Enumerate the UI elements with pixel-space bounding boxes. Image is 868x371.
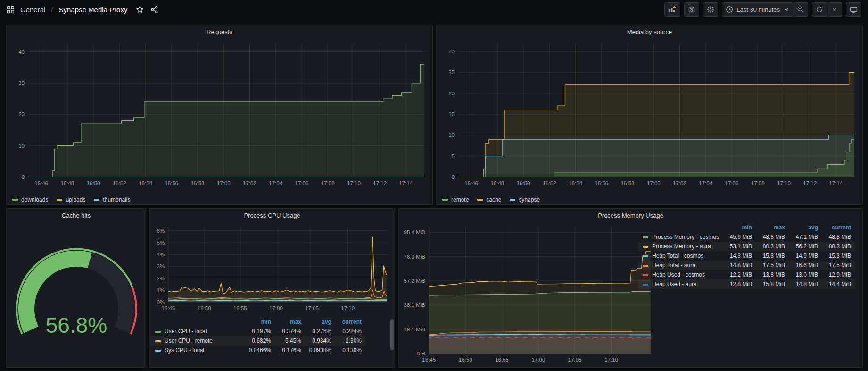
gauge-value: 56.8% — [45, 313, 107, 337]
x-axis-tick-label: 17:04 — [269, 180, 282, 186]
panel-title[interactable]: Media by source — [437, 25, 862, 38]
x-axis-tick-label: 17:08 — [321, 180, 335, 186]
series-name[interactable]: User CPU - remote — [165, 337, 213, 344]
series-name[interactable]: User CPU - local — [165, 328, 207, 335]
legend-value: 0.275% — [305, 327, 335, 336]
dashboard-toolbar: Last 30 minutes — [664, 2, 861, 17]
x-axis-tick-label: 17:05 — [305, 305, 319, 311]
y-axis-tick-label: 38.1 MiB — [404, 302, 426, 308]
process-cpu-legend-table: minmaxavgcurrentUser CPU - local0.197%0.… — [149, 316, 395, 355]
legend-item-cache[interactable]: cache — [477, 196, 501, 203]
process_cpu-svg: 0%1%2%3%4%5%6%16:4516:5016:5517:0017:051… — [149, 222, 395, 314]
requests-chart[interactable]: 01020304016:4616:4816:5016:5216:5416:561… — [7, 38, 432, 193]
time-range-picker[interactable]: Last 30 minutes — [722, 2, 793, 17]
x-axis-tick-label: 16:55 — [495, 357, 509, 363]
series-area-Heap Used - cosmos — [429, 337, 651, 354]
process_memory-svg: 0 B19.1 MiB38.1 MiB57.2 MiB76.3 MiB95.4 … — [399, 222, 656, 367]
y-axis-tick-label: 30 — [448, 49, 455, 54]
panel-media-by-source: Media by source 05101520253016:4616:4816… — [436, 25, 863, 205]
legend-value: 0.934% — [305, 336, 335, 346]
x-axis-tick-label: 17:08 — [751, 180, 765, 186]
y-axis-tick-label: 1% — [157, 287, 165, 293]
series-name[interactable]: Heap Total - aura — [652, 262, 695, 269]
legend-swatch — [477, 199, 483, 201]
x-axis-tick-label: 17:02 — [243, 180, 256, 186]
legend-label: thumbnails — [103, 196, 130, 203]
cycle-view-mode-button[interactable] — [846, 2, 861, 17]
legend-column-avg[interactable]: avg — [305, 317, 335, 327]
save-dashboard-button[interactable] — [684, 2, 699, 17]
x-axis-tick-label: 16:54 — [569, 180, 582, 186]
requests-legend: downloadsuploadsthumbnails — [7, 193, 432, 206]
legend-item-downloads[interactable]: downloads — [12, 196, 48, 203]
panel-title[interactable]: Requests — [7, 25, 432, 38]
y-axis-tick-label: 6% — [157, 228, 165, 234]
media-by-source-chart[interactable]: 05101520253016:4616:4816:5016:5216:5416:… — [437, 38, 862, 193]
series-name[interactable]: Heap Used - aura — [652, 281, 697, 287]
legend-swatch — [12, 199, 18, 201]
breadcrumb-separator: / — [51, 6, 53, 14]
process-cpu-chart[interactable]: 0%1%2%3%4%5%6%16:4516:5016:5517:0017:051… — [149, 222, 395, 316]
y-axis-tick-label: 0 — [452, 174, 455, 180]
legend-label: uploads — [66, 196, 85, 203]
legend-column-min[interactable]: min — [245, 317, 275, 327]
x-axis-tick-label: 17:06 — [295, 180, 309, 186]
legend-swatch — [643, 236, 648, 238]
legend-column-max[interactable]: max — [756, 223, 789, 232]
legend-value: 0.0466% — [245, 346, 275, 355]
legend-item-thumbnails[interactable]: thumbnails — [94, 196, 130, 203]
legend-value: 12.8 MiB — [723, 279, 756, 289]
y-axis-tick-label: 30 — [18, 80, 25, 86]
share-icon[interactable] — [150, 6, 158, 14]
legend-value: 0.176% — [275, 346, 305, 355]
legend-value: 16.6 MiB — [789, 261, 822, 270]
add-panel-button[interactable] — [664, 2, 680, 17]
x-axis-tick-label: 17:06 — [725, 180, 739, 186]
breadcrumb-section[interactable]: General — [20, 6, 45, 14]
x-axis-tick-label: 17:00 — [647, 180, 661, 186]
save-dashboard-icon — [688, 6, 695, 13]
legend-item-uploads[interactable]: uploads — [57, 196, 85, 203]
legend-item-synapse[interactable]: synapse — [510, 196, 540, 203]
zoom-out-button[interactable] — [793, 2, 808, 17]
legend-scrollbar[interactable] — [390, 319, 394, 350]
refresh-interval-caret[interactable] — [827, 2, 842, 17]
panel-title[interactable]: Process Memory Usage — [399, 209, 862, 222]
legend-column-current[interactable]: current — [335, 317, 365, 327]
legend-column-avg[interactable]: avg — [789, 223, 822, 232]
chevron-down-icon — [832, 7, 837, 12]
legend-value: 14.3 MiB — [723, 251, 756, 261]
legend-column-min[interactable]: min — [723, 223, 756, 232]
series-name[interactable]: Process Memory - cosmos — [652, 234, 719, 240]
panel-title[interactable]: Cache hits — [7, 209, 146, 222]
legend-value: 56.2 MiB — [789, 242, 822, 251]
star-icon[interactable] — [136, 6, 144, 14]
dashboard-settings-button[interactable] — [703, 2, 718, 17]
legend-swatch — [155, 331, 161, 333]
y-axis-tick-label: 4% — [157, 252, 165, 257]
x-axis-tick-label: 16:50 — [198, 305, 211, 311]
cache-hits-gauge: 56.8% — [7, 242, 146, 351]
legend-column-current[interactable]: current — [822, 223, 855, 232]
legend-column-max[interactable]: max — [275, 317, 305, 327]
series-name[interactable]: Heap Used - cosmos — [652, 271, 705, 278]
series-name[interactable]: Heap Total - cosmos — [652, 253, 703, 259]
refresh-icon — [816, 6, 823, 13]
x-axis-tick-label: 16:50 — [517, 180, 530, 186]
process-memory-legend-table: minmaxavgcurrentProcess Memory - cosmos4… — [638, 223, 855, 289]
panel-title[interactable]: Process CPU Usage — [149, 209, 395, 222]
gear-icon — [707, 6, 714, 13]
dashboard-title[interactable]: Synapse Media Proxy — [59, 6, 128, 14]
x-axis-tick-label: 16:50 — [87, 180, 100, 186]
refresh-button[interactable] — [812, 2, 827, 17]
media_by_source-svg: 05101520253016:4616:4816:5016:5216:5416:… — [437, 38, 862, 191]
legend-item-remote[interactable]: remote — [442, 196, 469, 203]
x-axis-tick-label: 16:46 — [34, 180, 48, 186]
legend-row: Heap Used - aura12.8 MiB15.8 MiB14.8 MiB… — [638, 279, 855, 289]
zoom-out-icon — [797, 6, 804, 13]
legend-value: 14.9 MiB — [789, 251, 822, 261]
series-name[interactable]: Process Memory - aura — [652, 243, 711, 250]
series-name[interactable]: Sys CPU - local — [165, 347, 204, 354]
apps-grid-icon[interactable] — [7, 6, 15, 14]
x-axis-tick-label: 16:48 — [60, 180, 74, 186]
